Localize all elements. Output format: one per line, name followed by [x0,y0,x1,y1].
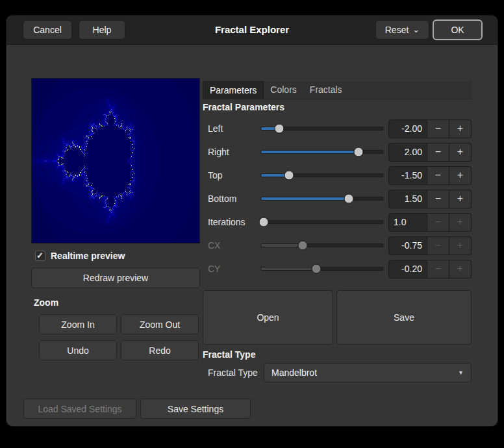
slider-thumb [297,241,307,251]
help-button[interactable]: Help [79,20,125,40]
parameter-row-iterations: Iterations 1.0 − + [203,210,472,234]
left-spinbutton: -2.00 − + [388,119,472,138]
decrement-button[interactable]: − [427,119,449,138]
bottom-slider[interactable] [261,187,383,210]
increment-button[interactable]: + [449,143,472,162]
decrement-button[interactable]: − [427,143,449,162]
cy-spinbutton: -0.20 − + [388,260,472,279]
iterations-value[interactable]: 1.0 [388,213,427,232]
decrement-button: − [427,236,449,255]
top-value[interactable]: -1.50 [388,166,427,185]
notebook-tab-bar: Parameters Colors Fractals [203,81,472,99]
load-saved-settings-button[interactable]: Load Saved Settings [23,399,136,419]
left-value[interactable]: -2.00 [388,119,427,138]
increment-button: + [449,260,472,279]
parameter-label: Bottom [203,193,261,204]
fractal-preview[interactable] [31,78,200,243]
realtime-preview-row: ✓ Realtime preview [35,250,125,262]
fractal-type-heading: Fractal Type [203,349,255,360]
slider-fill [261,151,359,153]
cancel-button[interactable]: Cancel [23,20,72,40]
fractal-parameters-heading: Fractal Parameters [203,102,284,112]
slider-fill [261,268,316,270]
tab-fractals[interactable]: Fractals [303,81,349,99]
zoom-section-heading: Zoom [34,297,58,308]
header-bar: Fractal Explorer Cancel Help Reset ⌄ OK [6,16,498,45]
bottom-spinbutton: 1.50 − + [388,190,472,208]
check-icon: ✓ [36,251,44,260]
chevron-down-icon: ⌄ [412,27,420,33]
ok-button[interactable]: OK [433,19,483,40]
parameter-row-left: Left -2.00 − + [203,117,472,140]
right-spinbutton: 2.00 − + [388,143,472,162]
slider-thumb[interactable] [284,171,294,180]
right-slider[interactable] [261,140,383,164]
slider-track [261,221,383,223]
fractal-type-dropdown[interactable]: Mandelbrot ▼ [264,363,472,382]
decrement-button[interactable]: − [427,190,449,208]
realtime-preview-label: Realtime preview [51,251,125,261]
parameter-label: CY [203,264,261,274]
increment-button: + [449,213,472,232]
reset-button[interactable]: Reset ⌄ [375,20,429,40]
redraw-preview-button[interactable]: Redraw preview [31,268,200,288]
cy-slider [261,257,383,280]
slider-thumb [311,264,321,274]
top-slider[interactable] [261,164,383,187]
open-button[interactable]: Open [203,290,333,345]
left-slider[interactable] [261,117,383,140]
undo-button[interactable]: Undo [39,340,117,360]
increment-button[interactable]: + [449,166,472,185]
right-value[interactable]: 2.00 [388,143,427,162]
increment-button[interactable]: + [449,190,472,208]
decrement-button: − [427,213,449,232]
reset-label: Reset [385,25,409,35]
parameter-row-top: Top -1.50 − + [203,164,472,187]
fractal-type-label: Fractal Type [203,367,264,378]
parameter-label: Top [203,170,261,180]
save-button[interactable]: Save [336,290,472,345]
cx-slider [261,234,383,257]
cx-value: -0.75 [388,236,427,255]
bottom-value[interactable]: 1.50 [388,190,427,208]
parameter-row-cy: CY -0.20 − + [203,257,472,280]
parameter-label: CX [203,240,261,251]
slider-fill [261,197,349,200]
parameter-label: Iterations [203,217,261,227]
fractal-preview-canvas[interactable] [32,79,199,243]
slider-thumb[interactable] [258,218,268,227]
tab-parameters[interactable]: Parameters [203,81,264,99]
parameter-row-right: Right 2.00 − + [203,140,472,164]
parameter-label: Right [203,147,261,157]
slider-fill [261,244,303,247]
parameter-row-bottom: Bottom 1.50 − + [203,187,472,210]
slider-thumb[interactable] [275,124,284,134]
decrement-button: − [427,260,449,279]
redo-button[interactable]: Redo [121,340,199,360]
fractal-type-value: Mandelbrot [271,367,317,378]
save-settings-button[interactable]: Save Settings [140,399,251,419]
slider-thumb[interactable] [354,147,364,157]
dropdown-arrow-icon: ▼ [458,369,464,376]
realtime-preview-checkbox[interactable]: ✓ [35,251,45,261]
parameter-label: Left [203,123,261,134]
iterations-spinbutton: 1.0 − + [388,213,472,232]
increment-button[interactable]: + [449,119,472,138]
zoom-out-button[interactable]: Zoom Out [121,314,199,334]
cx-spinbutton: -0.75 − + [388,236,472,255]
fractal-explorer-dialog: Fractal Explorer Cancel Help Reset ⌄ OK … [6,16,498,426]
tab-colors[interactable]: Colors [264,81,303,99]
increment-button: + [449,236,472,255]
slider-thumb[interactable] [344,194,354,204]
top-spinbutton: -1.50 − + [388,166,472,185]
decrement-button[interactable]: − [427,166,449,185]
parameter-row-cx: CX -0.75 − + [203,234,472,257]
iterations-slider[interactable] [261,210,383,234]
cy-value: -0.20 [388,260,427,279]
zoom-in-button[interactable]: Zoom In [39,314,117,334]
fractal-type-row: Fractal Type Mandelbrot ▼ [203,361,472,384]
